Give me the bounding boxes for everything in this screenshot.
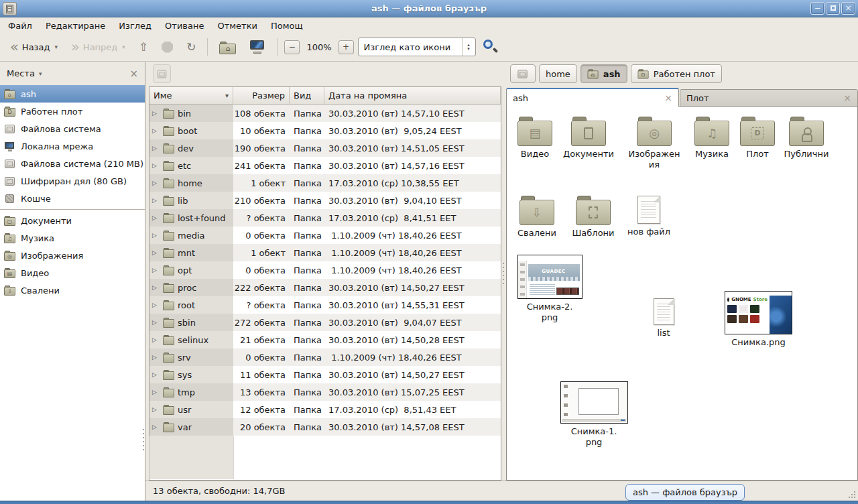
forward-button[interactable]: » Напред ▾ <box>66 39 130 55</box>
stop-button[interactable] <box>157 40 178 55</box>
menu-item[interactable]: Помощ <box>264 19 310 32</box>
resize-grip[interactable] <box>847 490 857 499</box>
expander-icon[interactable]: ▷ <box>152 371 160 378</box>
table-row[interactable]: ▷ tmp 13 обекта Папка 30.03.2010 (вт) 15… <box>149 383 501 401</box>
icon-item-snimka-2[interactable]: GUADEC Снимка-2. png <box>512 255 587 322</box>
root-drive-button[interactable] <box>153 64 171 83</box>
pane-splitter-handle[interactable] <box>502 263 505 286</box>
sidebar-place-item[interactable]: Кошче <box>0 190 145 207</box>
menu-item[interactable]: Файл <box>1 19 39 32</box>
back-button[interactable]: « Назад ▾ <box>5 39 62 55</box>
expander-icon[interactable]: ▷ <box>152 180 160 186</box>
back-history-dropdown-icon[interactable]: ▾ <box>54 44 58 50</box>
table-row[interactable]: ▷ sys 11 обекта Папка 30.03.2010 (вт) 14… <box>149 366 501 383</box>
sidebar-place-item[interactable]: Файлова система <box>0 120 145 137</box>
table-row[interactable]: ▷ media 0 обекта Папка 1.10.2009 (чт) 18… <box>149 227 501 244</box>
menu-item[interactable]: Отиване <box>158 19 210 32</box>
tab-close-icon[interactable]: × <box>843 92 851 103</box>
tab-close-icon[interactable]: × <box>664 92 672 103</box>
sidebar-splitter-handle[interactable] <box>142 429 145 452</box>
menu-item[interactable]: Редактиране <box>39 19 112 32</box>
expander-icon[interactable]: ▷ <box>152 302 160 308</box>
maximize-button[interactable] <box>826 2 840 15</box>
table-row[interactable]: ▷ home 1 обект Папка 17.03.2010 (ср) 10,… <box>149 174 501 192</box>
sidebar-place-item[interactable]: Локална мрежа <box>0 137 145 155</box>
icon-item-templates[interactable]: Шаблони <box>565 196 621 239</box>
expander-icon[interactable]: ▷ <box>152 424 160 430</box>
table-row[interactable]: ▷ bin 108 обекта Папка 30.03.2010 (вт) 1… <box>149 105 501 122</box>
sidebar-place-item[interactable]: ♫ Музика <box>0 229 145 247</box>
icon-item-images[interactable]: ◎ Изображен ия <box>626 117 682 170</box>
expander-icon[interactable]: ▷ <box>152 197 160 204</box>
table-row[interactable]: ▷ mnt 1 обект Папка 1.10.2009 (чт) 18,40… <box>149 244 501 261</box>
sidebar-place-item[interactable]: D Работен плот <box>0 103 145 120</box>
icon-view[interactable]: ▤ Видео Документи ◎ Изображен ия ♫ Музик… <box>506 106 858 481</box>
sidebar-place-item[interactable]: ◎ Изображения <box>0 247 145 264</box>
sidebar-pane-selector[interactable]: Места ▾ <box>7 68 42 78</box>
expander-icon[interactable]: ▷ <box>152 232 160 239</box>
view-mode-select[interactable]: Изглед като икони ▴▾ <box>358 38 476 56</box>
icon-item-new-file[interactable]: нов файл <box>621 196 677 237</box>
table-row[interactable]: ▷ opt 0 обекта Папка 1.10.2009 (чт) 18,4… <box>149 261 501 279</box>
table-row[interactable]: ▷ boot 10 обекта Папка 30.03.2010 (вт) 9… <box>149 122 501 139</box>
menu-item[interactable]: Изглед <box>112 19 158 32</box>
icon-item-public[interactable]: Публични <box>778 117 835 160</box>
expander-icon[interactable]: ▷ <box>152 336 160 343</box>
sidebar-place-item[interactable]: ▤ Видео <box>0 264 145 281</box>
sidebar-place-item[interactable]: ⇩ Свалени <box>0 281 145 299</box>
expander-icon[interactable]: ▷ <box>152 319 160 326</box>
table-row[interactable]: ▷ srv 0 обекта Папка 1.10.2009 (чт) 18,4… <box>149 349 501 366</box>
column-header-type[interactable]: Вид <box>290 87 324 105</box>
zoom-out-button[interactable]: − <box>284 40 300 54</box>
expander-icon[interactable]: ▷ <box>152 127 160 134</box>
column-header-size[interactable]: Размер <box>233 87 290 105</box>
search-button[interactable] <box>483 39 499 55</box>
expander-icon[interactable]: ▷ <box>152 354 160 361</box>
icon-item-video[interactable]: ▤ Видео <box>507 117 563 160</box>
minimize-button[interactable]: − <box>810 2 824 15</box>
path-button-ash[interactable]: ⌂ ash <box>580 64 627 83</box>
table-row[interactable]: ▷ usr 12 обекта Папка 17.03.2010 (ср) 8,… <box>149 401 501 418</box>
table-row[interactable]: ▷ lost+found ? обекта Папка 17.03.2010 (… <box>149 209 501 227</box>
column-header-date[interactable]: Дата на промяна <box>324 87 501 105</box>
view-mode-spinner-icon[interactable]: ▴▾ <box>462 38 475 56</box>
close-button[interactable]: × <box>841 2 855 15</box>
icon-item-documents[interactable]: Документи <box>560 117 617 160</box>
sidebar-close-icon[interactable]: × <box>129 68 138 80</box>
icon-item-desktop[interactable]: D Плот <box>729 117 786 160</box>
expander-icon[interactable]: ▷ <box>152 110 160 117</box>
menu-item[interactable]: Отметки <box>210 19 263 32</box>
icon-item-list[interactable]: list <box>644 298 684 338</box>
expander-icon[interactable]: ▷ <box>152 389 160 395</box>
table-row[interactable]: ▷ etc 241 обекта Папка 30.03.2010 (вт) 1… <box>149 157 501 174</box>
zoom-in-button[interactable]: + <box>339 40 354 54</box>
table-row[interactable]: ▷ lib 210 обекта Папка 30.03.2010 (вт) 9… <box>149 192 501 209</box>
icon-item-snimka-1[interactable]: Снимка-1. png <box>556 381 631 447</box>
table-row[interactable]: ▷ var 20 обекта Папка 30.03.2010 (вт) 14… <box>149 418 501 436</box>
home-button[interactable]: ⌂ <box>214 38 241 56</box>
path-button-desktop[interactable]: D Работен плот <box>631 64 722 83</box>
tab-ash[interactable]: ash × <box>506 88 679 107</box>
expander-icon[interactable]: ▷ <box>152 214 160 221</box>
expander-icon[interactable]: ▷ <box>152 284 160 291</box>
tab-desktop[interactable]: Плот × <box>680 89 858 107</box>
column-header-name[interactable]: Име ▾ <box>149 87 233 105</box>
table-row[interactable]: ▷ dev 190 обекта Папка 30.03.2010 (вт) 1… <box>149 139 501 157</box>
sidebar-place-item[interactable]: ⌂ ash <box>0 85 145 103</box>
sidebar-place-item[interactable]: Файлова система (210 MB) <box>0 155 145 172</box>
expander-icon[interactable]: ▷ <box>152 162 160 169</box>
icon-item-downloads[interactable]: ⇩ Свалени <box>509 196 565 239</box>
path-root-button[interactable] <box>510 64 536 83</box>
icon-item-snimka[interactable]: GNOME Store Снимка.png <box>720 291 797 348</box>
sidebar-place-item[interactable]: ▢ Документи <box>0 212 145 229</box>
expander-icon[interactable]: ▷ <box>152 249 160 256</box>
up-button[interactable]: ⇧ <box>134 38 153 56</box>
table-row[interactable]: ▷ proc 222 обекта Папка 30.03.2010 (вт) … <box>149 279 501 296</box>
computer-button[interactable] <box>245 38 270 56</box>
reload-button[interactable]: ↻ <box>182 38 200 56</box>
table-row[interactable]: ▷ root ? обекта Папка 30.03.2010 (вт) 14… <box>149 296 501 314</box>
table-row[interactable]: ▷ selinux 21 обекта Папка 30.03.2010 (вт… <box>149 331 501 349</box>
expander-icon[interactable]: ▷ <box>152 267 160 273</box>
expander-icon[interactable]: ▷ <box>152 406 160 413</box>
table-row[interactable]: ▷ sbin 272 обекта Папка 30.03.2010 (вт) … <box>149 314 501 331</box>
